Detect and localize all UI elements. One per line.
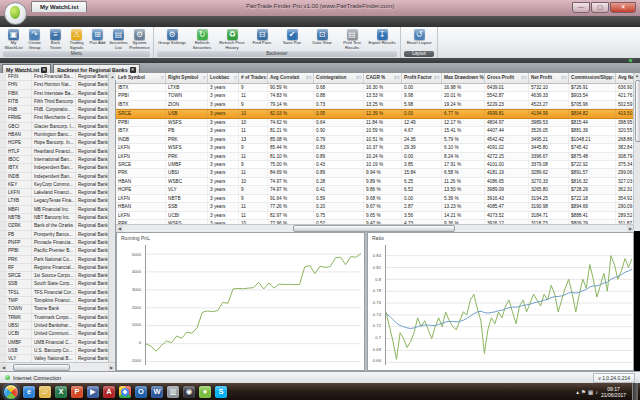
watchlist-row[interactable]: PPBIPacific Premier B...Regional Banks xyxy=(0,247,109,255)
sum-filter-icon[interactable]: Σ▽ xyxy=(356,73,363,83)
maximize-button[interactable]: ▢ xyxy=(591,2,609,13)
backtest-row[interactable]: HBANWSBC3 years1074.97 %0.289.89 %6.2511… xyxy=(116,178,634,186)
watchlist-row[interactable]: FFINFirst Financial Ba...Regional Banks xyxy=(0,73,109,81)
watchlist-row[interactable]: UMBFUMB Financial C...Regional Banks xyxy=(0,339,109,347)
backtest-vertical-scrollbar[interactable]: ▲ xyxy=(633,73,640,231)
backtest-row[interactable]: PPBITOWN3 years1174.83 %0.8813.53 %9.982… xyxy=(116,92,634,100)
backtest-row[interactable]: LKFNPRK3 years1181.10 %0.8910.24 %0.008.… xyxy=(116,153,634,161)
sum-filter-icon[interactable]: Σ▽ xyxy=(561,73,568,83)
start-button[interactable] xyxy=(3,384,19,400)
backtest-row[interactable]: HBANSSB3 years1177.26 %0.209.67 %2.8713.… xyxy=(116,203,634,211)
my-watchlist-button[interactable]: ▣My WatchList xyxy=(3,28,24,50)
watchlist-row[interactable]: HTLFHeartland Financi...Regional Banks xyxy=(0,148,109,156)
scroll-up-icon[interactable]: ▲ xyxy=(634,73,640,79)
watchlist-row[interactable]: TOWNTowne BankRegional Banks xyxy=(0,305,109,313)
chrome-icon[interactable] xyxy=(119,386,131,398)
minimize-button[interactable]: — xyxy=(572,2,590,13)
close-tab-icon[interactable]: ✕ xyxy=(130,67,136,73)
filter-icon[interactable]: ▽ xyxy=(161,73,165,83)
excel-icon[interactable]: X xyxy=(55,386,67,398)
watchlist-row[interactable]: FRMEFirst Merchants C...Regional Banks xyxy=(0,114,109,122)
watchlist-row[interactable]: TRMKTrustmark Corpo...Regional Banks xyxy=(0,314,109,322)
filter-icon[interactable]: ▽ xyxy=(234,73,238,83)
watchlist-horizontal-scrollbar[interactable]: ◀ ▶ xyxy=(0,362,115,371)
sum-filter-icon[interactable]: Σ▽ xyxy=(394,73,401,83)
watchlist-row[interactable]: PNFPPinnacle Financia...Regional Banks xyxy=(0,239,109,247)
word-icon[interactable]: W xyxy=(151,386,163,398)
sum-filter-icon[interactable]: Σ▽ xyxy=(306,73,313,83)
column-header-net-profit[interactable]: Net ProfitΣ▽ xyxy=(529,73,569,83)
taskbar-clock[interactable]: 09:17 21/06/2017 xyxy=(601,386,629,398)
watchlist-row[interactable]: IBOCInternational Ban...Regional Banks xyxy=(0,156,109,164)
find-pairs-button[interactable]: ⊟Find Pairs xyxy=(247,28,277,46)
watchlist-row[interactable]: OZRKBank of the OzarksRegional Banks xyxy=(0,222,109,230)
refresh-price-history-button[interactable]: ♻Refresh Price History xyxy=(217,28,247,50)
backtest-row[interactable]: LKFNUCBI3 years1182.97 %0.759.65 %3.5614… xyxy=(116,212,634,220)
column-header-of-trades[interactable]: # of TradesΣ▽ xyxy=(239,73,268,83)
windows-explorer-icon[interactable]: ▱ xyxy=(39,386,51,398)
column-header-right-symbol[interactable]: Right Symbol▽ xyxy=(166,73,208,83)
scroll-right-icon[interactable]: ▶ xyxy=(108,364,115,371)
create-group-button[interactable]: ↷Create Group xyxy=(24,28,45,50)
back-tester-button[interactable]: ≡Back Tester xyxy=(45,28,66,50)
scroll-left-icon[interactable]: ◀ xyxy=(116,225,123,232)
sum-filter-icon[interactable]: Σ▽ xyxy=(434,73,441,83)
column-header-commission-slipp[interactable]: Commission/SlippΣ▽ xyxy=(569,73,616,83)
scrollbar-thumb[interactable] xyxy=(293,225,455,232)
sum-filter-icon[interactable]: Σ▽ xyxy=(521,73,528,83)
watchlist-row[interactable]: SRCE1st Source Corpo...Regional Banks xyxy=(0,272,109,280)
watchlist-row[interactable]: PRKPark National Co...Regional Banks xyxy=(0,256,109,264)
show-desktop-button[interactable] xyxy=(632,383,638,400)
internet-explorer-icon[interactable]: e xyxy=(23,386,35,398)
watchlist-row[interactable]: UBSIUnited Bankshar...Regional Banks xyxy=(0,322,109,330)
trading-signals-button[interactable]: ⚠Trading Signals xyxy=(66,28,87,50)
watchlist-row[interactable]: UCBIUnited Communi...Regional Banks xyxy=(0,330,109,338)
skype-icon[interactable]: S xyxy=(215,386,227,398)
data-view-button[interactable]: ⊡Data View xyxy=(307,28,337,46)
column-header-cagr[interactable]: CAGR %Σ▽ xyxy=(364,73,402,83)
watchlist-row[interactable]: INDBIndependent Ban...Regional Banks xyxy=(0,173,109,181)
backtest-row[interactable]: SRCEUSB3 years1082.03 %0.9512.39 %0.006.… xyxy=(116,109,634,118)
pairtrade-finder-icon[interactable]: ● xyxy=(199,386,211,398)
filter-icon[interactable]: ▽ xyxy=(203,73,207,83)
backtest-row[interactable]: PRKUBSI3 years1184.69 %0.899.94 %15.846.… xyxy=(116,169,634,177)
media-player-icon[interactable]: ▶ xyxy=(87,386,99,398)
watchlist-row[interactable]: FIBKFirst Interstate Ba...Regional Banks xyxy=(0,90,109,98)
backtest-row[interactable]: IBTXZION3 years979.14 %0.7313.25 %5.9819… xyxy=(116,101,634,109)
watchlist-row[interactable]: FHNFirst Horizon Nat...Regional Banks xyxy=(0,81,109,89)
powerpoint-icon[interactable]: P xyxy=(71,386,83,398)
backtest-horizontal-scrollbar[interactable]: ◀ ▶ xyxy=(116,224,634,232)
watchlist-row[interactable]: RFRegions Financial...Regional Banks xyxy=(0,264,109,272)
backtest-row[interactable]: SRCEUMBF3 years975.00 %0.4310.19 %3.8517… xyxy=(116,161,634,169)
backtest-row[interactable]: HOPEVLY3 years974.97 %0.419.86 %6.5213.5… xyxy=(116,186,634,194)
watchlist-row[interactable]: USBU.S. Bancorp Co...Regional Banks xyxy=(0,347,109,355)
scroll-left-icon[interactable]: ◀ xyxy=(0,364,7,371)
close-button[interactable]: ✕ xyxy=(610,2,636,13)
watchlist-row[interactable]: KEYKeyCorp Commo...Regional Banks xyxy=(0,181,109,189)
save-pair-button[interactable]: ✔Save Pair xyxy=(277,28,307,46)
scrollbar-thumb[interactable] xyxy=(635,80,640,142)
watchlist-row[interactable]: MBFIMB Financial Inc.Regional Banks xyxy=(0,206,109,214)
group-settings-button[interactable]: ⚙Group Settings xyxy=(157,28,187,46)
scroll-up-icon[interactable]: ▲ xyxy=(109,73,116,80)
tray-icon-0[interactable]: ▴ xyxy=(576,389,579,395)
column-header-max-drawdown[interactable]: Max Drawdown %Σ▽ xyxy=(442,73,485,83)
watchlist-row[interactable]: FNBFNB. Corporatio...Regional Banks xyxy=(0,106,109,114)
securities-list-button[interactable]: ▤Securities List xyxy=(108,28,129,50)
app-logo-icon[interactable] xyxy=(4,2,27,25)
pair-add-button[interactable]: ⊞Pair Add xyxy=(87,28,108,46)
watchlist-row[interactable]: HOPEHope Bancorp. In...Regional Banks xyxy=(0,139,109,147)
outlook-icon[interactable]: O xyxy=(135,386,147,398)
backtest-row[interactable]: IBTXPB3 years1181.21 %0.9010.59 %4.6715.… xyxy=(116,127,634,135)
watchlist-row[interactable]: TMPTompkins Financi...Regional Banks xyxy=(0,297,109,305)
backtest-row[interactable]: INDBPRK3 years1385.08 %0.7910.51 %24.355… xyxy=(116,136,634,144)
watchlist-row[interactable]: GBCIGlacier Bancorp. I...Regional Banks xyxy=(0,123,109,131)
column-header-cointegration[interactable]: CointegrationΣ▽ xyxy=(314,73,364,83)
print-test-results-button[interactable]: ▤Print Test Results xyxy=(337,28,367,50)
watchlist-row[interactable]: NBTBNBT Bancorp Inc.Regional Banks xyxy=(0,214,109,222)
column-header-profit-factor[interactable]: Profit FactorΣ▽ xyxy=(402,73,442,83)
ribbon-tab-my-watchlist[interactable]: My WatchList xyxy=(31,1,87,12)
watchlist-row[interactable]: IBTXIndependent Ban...Regional Banks xyxy=(0,164,109,172)
column-header-avg-correlati[interactable]: Avg CorrelatiΣ▽ xyxy=(268,73,314,83)
adobe-reader-icon[interactable]: A xyxy=(103,386,115,398)
